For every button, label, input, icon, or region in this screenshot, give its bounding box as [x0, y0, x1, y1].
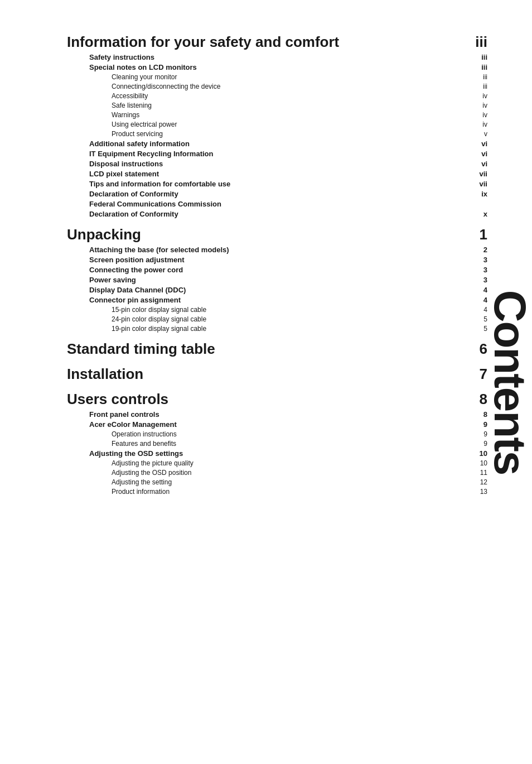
toc-entry-text: LCD pixel statement	[89, 170, 471, 178]
toc-entry: Disposal instructionsvi	[89, 160, 487, 168]
toc-entry: Federal Communications Commission	[89, 200, 487, 208]
toc-entry-text: Declaration of Conformity	[89, 190, 471, 198]
toc-entry: Tips and information for comfortable use…	[89, 180, 487, 188]
toc-entry-text: Screen position adjustment	[89, 256, 471, 264]
toc-entry: Using electrical poweriv	[112, 121, 487, 128]
toc-entry: Cleaning your monitoriii	[112, 73, 487, 81]
toc-entry-text: Information for your safety and comfort	[67, 33, 471, 51]
toc-entry-text: Using electrical power	[112, 121, 471, 128]
toc-entry: Adjusting the OSD settings10	[89, 449, 487, 458]
toc-entry: Warningsiv	[112, 111, 487, 119]
toc-entry-page: x	[471, 210, 487, 218]
toc-entry-text: Installation	[67, 366, 471, 383]
toc-entry-text: Display Data Channel (DDC)	[89, 286, 471, 294]
toc-entry-page: 3	[471, 276, 487, 284]
toc-entry-page: iii	[471, 33, 487, 51]
toc-entry-text: Connector pin assignment	[89, 296, 471, 304]
toc-entry: Product servicingv	[112, 130, 487, 138]
toc-entry-text: Adjusting the setting	[112, 478, 471, 486]
toc-entry-page: iv	[471, 92, 487, 100]
toc-entry: Screen position adjustment3	[89, 256, 487, 264]
toc-entry-text: Connecting/disconnecting the device	[112, 83, 471, 90]
toc-entry-page: vi	[471, 150, 487, 158]
toc-entry-page: v	[471, 130, 487, 138]
toc-entry-page: 3	[471, 256, 487, 264]
toc-entry-text: Users controls	[67, 391, 471, 408]
toc-entry: Attaching the base (for selected models)…	[89, 246, 487, 254]
toc-entry: 19-pin color display signal cable5	[112, 325, 487, 333]
toc-entry-text: Safety instructions	[89, 53, 471, 61]
toc-entry-text: Adjusting the OSD settings	[89, 449, 471, 458]
toc-entry: Connecting/disconnecting the deviceiii	[112, 83, 487, 90]
toc-entry-page: 12	[471, 478, 487, 486]
toc-entry-page: iii	[471, 73, 487, 81]
toc-entry: Standard timing table6	[67, 340, 487, 358]
toc-entry-page: 13	[471, 488, 487, 496]
toc-entry-text: Front panel controls	[89, 410, 471, 419]
toc-entry-text: 19-pin color display signal cable	[112, 325, 471, 333]
contents-sidebar: Contents	[487, 0, 532, 764]
toc-entry: Front panel controls8	[89, 410, 487, 419]
toc-entry-text: IT Equipment Recycling Information	[89, 150, 471, 158]
toc-entry: 24-pin color display signal cable5	[112, 315, 487, 323]
toc-entry: Operation instructions9	[112, 430, 487, 438]
toc-entry-text: 24-pin color display signal cable	[112, 315, 471, 323]
toc-entry-page: iv	[471, 102, 487, 109]
toc-entry: Acer eColor Management9	[89, 420, 487, 429]
toc-entry-text: Features and benefits	[112, 440, 471, 448]
toc-entry: Accessibilityiv	[112, 92, 487, 100]
toc-entry-text: Tips and information for comfortable use	[89, 180, 471, 188]
toc-entry-text: Accessibility	[112, 92, 471, 100]
toc-entry-text: Disposal instructions	[89, 160, 471, 168]
toc-entry: Unpacking1	[67, 226, 487, 243]
toc-entry-text: Product servicing	[112, 130, 471, 138]
toc-entry-text: Power saving	[89, 276, 471, 284]
toc-entry-text: Acer eColor Management	[89, 420, 471, 429]
toc-entry-text: 15-pin color display signal cable	[112, 306, 471, 314]
toc-entry: IT Equipment Recycling Informationvi	[89, 150, 487, 158]
toc-entry-text: Federal Communications Commission	[89, 200, 471, 208]
contents-rotated-label: Contents	[484, 290, 532, 474]
toc-entry-text: Attaching the base (for selected models)	[89, 246, 471, 254]
toc-entry: Product information13	[112, 488, 487, 496]
toc-entry: Power saving3	[89, 276, 487, 284]
toc-entry: Features and benefits9	[112, 440, 487, 448]
toc-entry-text: Safe listening	[112, 102, 471, 109]
toc-entry-page: vii	[471, 170, 487, 178]
toc-entry-page: 2	[471, 246, 487, 254]
toc-entry: Declaration of Conformityx	[89, 210, 487, 218]
toc-entry-page: vii	[471, 180, 487, 188]
page-container: Information for your safety and comforti…	[0, 0, 532, 531]
toc-entry-text: Additional safety information	[89, 140, 471, 148]
toc-container: Information for your safety and comforti…	[67, 33, 487, 496]
toc-entry-text: Unpacking	[67, 226, 471, 243]
toc-entry: Adjusting the picture quality10	[112, 459, 487, 467]
toc-entry: Safe listeningiv	[112, 102, 487, 109]
toc-entry-page: iii	[471, 83, 487, 90]
toc-entry: 15-pin color display signal cable4	[112, 306, 487, 314]
toc-entry-text: Standard timing table	[67, 340, 471, 358]
toc-entry: LCD pixel statementvii	[89, 170, 487, 178]
toc-entry-page: vi	[471, 140, 487, 148]
toc-entry: Additional safety informationvi	[89, 140, 487, 148]
toc-entry-text: Adjusting the picture quality	[112, 459, 471, 467]
toc-entry-page: iv	[471, 111, 487, 119]
toc-entry: Safety instructionsiii	[89, 53, 487, 61]
toc-entry-text: Warnings	[112, 111, 471, 119]
toc-entry: Installation7	[67, 366, 487, 383]
toc-entry-page: 3	[471, 266, 487, 274]
toc-entry: Special notes on LCD monitorsiii	[89, 63, 487, 71]
toc-entry: Information for your safety and comforti…	[67, 33, 487, 51]
toc-entry-page: iii	[471, 53, 487, 61]
toc-entry-page: 1	[471, 226, 487, 243]
toc-entry-text: Operation instructions	[112, 430, 471, 438]
toc-entry-text: Product information	[112, 488, 471, 496]
toc-entry-text: Adjusting the OSD position	[112, 469, 471, 477]
toc-entry-page: ix	[471, 190, 487, 198]
toc-entry: Display Data Channel (DDC)4	[89, 286, 487, 294]
toc-entry-page: iii	[471, 63, 487, 71]
toc-entry: Adjusting the setting12	[112, 478, 487, 486]
toc-entry-text: Connecting the power cord	[89, 266, 471, 274]
toc-entry-page: iv	[471, 121, 487, 128]
toc-entry: Connecting the power cord3	[89, 266, 487, 274]
